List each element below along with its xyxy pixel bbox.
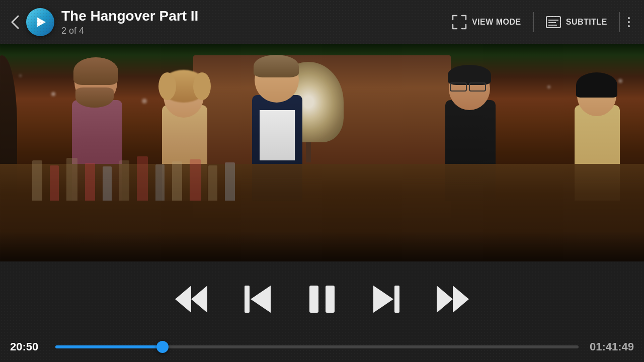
rewind-button[interactable] (171, 282, 211, 317)
movie-title: The Hangover Part II (61, 8, 442, 25)
svg-marker-12 (453, 286, 469, 313)
svg-marker-13 (437, 286, 453, 313)
more-dot-3 (628, 25, 630, 27)
progress-row: 20:50 01:41:49 (0, 332, 644, 362)
view-mode-button[interactable]: VIEW MODE (442, 11, 531, 34)
more-options-button[interactable] (622, 13, 636, 31)
now-playing-icon (26, 8, 54, 36)
progress-fill (55, 345, 163, 348)
transport-row (0, 261, 644, 332)
svg-rect-7 (245, 286, 250, 313)
total-time: 01:41:49 (589, 340, 634, 353)
svg-rect-11 (394, 286, 399, 313)
pause-button[interactable] (304, 282, 340, 317)
bokeh-light (142, 99, 147, 104)
skip-next-button[interactable] (370, 282, 403, 317)
more-dot-1 (628, 17, 630, 19)
svg-rect-8 (309, 286, 318, 313)
progress-track[interactable] (55, 345, 579, 348)
more-dot-2 (628, 21, 630, 23)
video-area[interactable] (0, 44, 644, 261)
top-bar: The Hangover Part II 2 of 4 VIEW MODE SU… (0, 0, 644, 44)
title-group: The Hangover Part II 2 of 4 (61, 8, 442, 36)
table-glasses (32, 150, 612, 201)
back-button[interactable] (8, 11, 22, 33)
skip-previous-button[interactable] (242, 282, 274, 317)
svg-marker-10 (373, 286, 393, 313)
svg-marker-4 (175, 286, 191, 313)
progress-thumb[interactable] (156, 341, 169, 353)
view-mode-label: VIEW MODE (472, 18, 521, 27)
subtitle-label: SUBTITLE (566, 18, 607, 27)
subtitle-button[interactable]: SUBTITLE (536, 12, 617, 32)
divider (533, 12, 534, 32)
movie-subtitle: 2 of 4 (61, 26, 442, 36)
svg-marker-5 (191, 286, 207, 313)
current-time: 20:50 (10, 340, 45, 353)
svg-marker-6 (251, 286, 271, 313)
fast-forward-button[interactable] (433, 282, 473, 317)
divider-2 (619, 12, 620, 32)
video-gradient-overlay (0, 231, 644, 261)
top-controls: VIEW MODE SUBTITLE (442, 11, 636, 34)
svg-rect-9 (326, 286, 335, 313)
bottom-controls: 20:50 01:41:49 (0, 261, 644, 362)
